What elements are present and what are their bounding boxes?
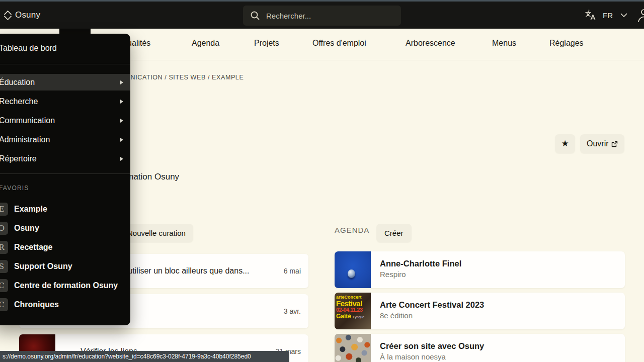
nav-item-reglages[interactable]: Réglages: [549, 39, 584, 48]
user-account-icon[interactable]: [637, 8, 644, 23]
open-site-label: Ouvrir: [587, 139, 609, 148]
event-thumbnail: [335, 334, 371, 362]
open-site-button[interactable]: Ouvrir: [580, 134, 624, 153]
menu-item-recherche[interactable]: Recherche: [0, 93, 130, 110]
sculpture-image: [348, 269, 355, 278]
menu-item-administration[interactable]: Administration: [0, 131, 130, 148]
menu-item-label: Éducation: [0, 78, 35, 87]
nav-item-menus[interactable]: Menus: [492, 39, 516, 48]
event-subtitle: Respiro: [380, 270, 461, 279]
topbar-right-controls: FR: [584, 2, 644, 29]
favorite-item-support-osuny[interactable]: S Support Osuny: [0, 257, 130, 276]
app-title: Osuny: [15, 10, 40, 20]
submenu-arrow-icon: [120, 100, 123, 104]
site-initial-badge: R: [0, 241, 8, 254]
event-title: Anne-Charlotte Finel: [380, 259, 461, 268]
submenu-arrow-icon: [120, 119, 123, 123]
menu-divider: [0, 64, 130, 64]
menu-item-label: Recherche: [0, 97, 38, 106]
site-initial-badge: O: [0, 222, 8, 235]
submenu-arrow-icon: [120, 138, 123, 142]
site-initial-badge: S: [0, 260, 8, 273]
topbar: Osuny FR: [0, 2, 644, 29]
menu-item-dashboard[interactable]: Tableau de bord: [0, 39, 130, 57]
external-link-icon: [611, 141, 618, 147]
menu-item-label: Communication: [0, 116, 55, 125]
menu-item-education[interactable]: Éducation: [0, 74, 130, 90]
main-dropdown-menu: Tableau de bord Éducation Recherche Comm…: [0, 34, 130, 325]
favorite-item-label: Example: [14, 205, 47, 214]
site-initial-badge: E: [0, 203, 8, 216]
post-date: 3 avr.: [284, 294, 301, 328]
event-thumbnail: arteConcert Festival 02-04.11.23 Gaîté L…: [335, 293, 371, 329]
menu-item-label: Administration: [0, 135, 50, 144]
poster-text: Gaîté Lyrique: [336, 313, 370, 319]
favorite-item-label: Recettage: [14, 243, 52, 252]
event-title: Arte Concert Festival 2023: [380, 300, 484, 310]
favorite-item-label: Chroniques: [14, 300, 59, 309]
nav-item-offres-emploi[interactable]: Offres d'emploi: [312, 39, 366, 48]
app-logo[interactable]: Osuny: [4, 2, 40, 29]
submenu-arrow-icon: [120, 157, 123, 161]
favorite-item-recettage[interactable]: R Recettage: [0, 238, 130, 257]
favorites-section-label: FAVORIS: [0, 185, 29, 192]
event-card[interactable]: Créer son site avec Osuny À la maison no…: [335, 334, 625, 362]
event-card[interactable]: arteConcert Festival 02-04.11.23 Gaîté L…: [335, 293, 625, 329]
favorite-item-chroniques[interactable]: C Chroniques: [0, 295, 130, 314]
event-subtitle: À la maison noesya: [380, 352, 484, 361]
favorite-item-label: Osuny: [14, 224, 39, 233]
site-initial-badge: C: [0, 298, 8, 311]
favorite-item-label: Support Osuny: [14, 262, 72, 271]
site-initial-badge: C: [0, 279, 8, 292]
nav-item-projets[interactable]: Projets: [254, 39, 279, 48]
menu-item-label: Répertoire: [0, 154, 37, 163]
poster-text: Festival: [336, 300, 370, 307]
favorite-item-centre-formation[interactable]: C Centre de formation Osuny: [0, 276, 130, 295]
nav-item-arborescence[interactable]: Arborescence: [406, 39, 455, 48]
global-search[interactable]: [243, 6, 401, 26]
event-thumbnail: [335, 251, 371, 288]
menu-divider: [0, 173, 130, 174]
translate-icon[interactable]: [584, 9, 597, 22]
event-title: Créer son site avec Osuny: [380, 341, 484, 351]
osuny-admin-screen: Osuny FR Actua: [0, 0, 644, 362]
osuny-diamond-logo-icon: [4, 11, 12, 20]
submenu-arrow-icon: [120, 80, 123, 84]
agenda-section-header: AGENDA: [335, 226, 369, 234]
event-subtitle: 8e édition: [380, 311, 484, 320]
star-icon: ★: [561, 139, 569, 148]
favorite-star-button[interactable]: ★: [555, 134, 575, 153]
link-target-statusbar: s://demo.osuny.org/admin/fr/education?we…: [0, 351, 289, 362]
post-date: 6 mai: [284, 254, 301, 288]
search-input[interactable]: [266, 12, 382, 20]
menu-item-repertoire[interactable]: Répertoire: [0, 150, 130, 167]
new-curation-button[interactable]: Nouvelle curation: [120, 224, 193, 242]
favorite-item-osuny[interactable]: O Osuny: [0, 219, 130, 238]
chevron-down-icon[interactable]: [619, 10, 629, 20]
menu-item-label: Tableau de bord: [0, 44, 57, 53]
create-event-button[interactable]: Créer: [376, 224, 412, 242]
nav-item-agenda[interactable]: Agenda: [192, 39, 219, 48]
post-title: Réutiliser un bloc ailleurs que dans...: [118, 254, 249, 288]
search-icon: [250, 11, 260, 21]
favorite-item-label: Centre de formation Osuny: [14, 281, 118, 290]
favorite-item-example[interactable]: E Example: [0, 200, 130, 219]
language-selector-value[interactable]: FR: [603, 11, 613, 20]
event-card[interactable]: Anne-Charlotte Finel Respiro: [335, 251, 625, 288]
menu-item-communication[interactable]: Communication: [0, 112, 130, 129]
